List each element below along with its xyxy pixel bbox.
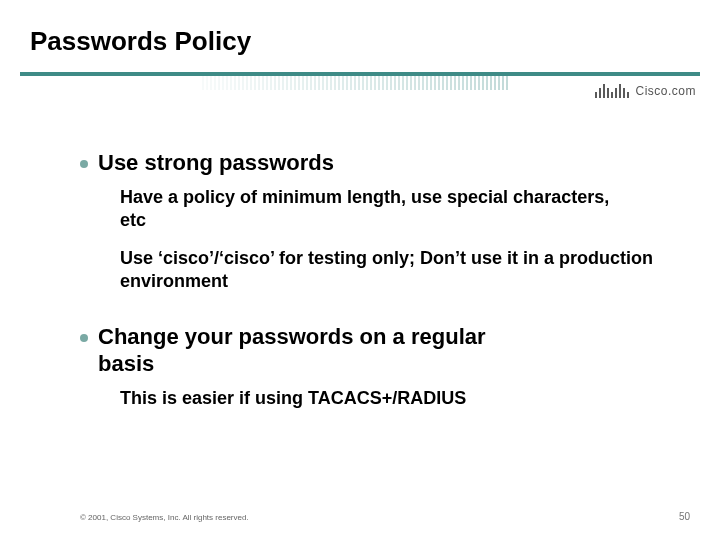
bullet-icon bbox=[80, 160, 88, 168]
bullet-1-text: Use strong passwords bbox=[98, 150, 334, 176]
bullet-2-text: Change your passwords on a regular basis bbox=[98, 324, 518, 377]
copyright-text: © 2001, Cisco Systems, Inc. All rights r… bbox=[80, 513, 249, 522]
slide-title: Passwords Policy bbox=[30, 26, 251, 57]
page-number: 50 bbox=[679, 511, 690, 522]
brand-logo: Cisco.com bbox=[595, 76, 696, 98]
bullet-1-sub-1: Have a policy of minimum length, use spe… bbox=[120, 186, 640, 231]
logo-text: Cisco.com bbox=[635, 84, 696, 98]
divider-pattern bbox=[200, 76, 510, 90]
bullet-2: Change your passwords on a regular basis bbox=[60, 324, 670, 377]
bullet-1: Use strong passwords bbox=[60, 150, 670, 176]
bullet-1-sub-2: Use ‘cisco’/‘cisco’ for testing only; Do… bbox=[120, 247, 660, 292]
slide-content: Use strong passwords Have a policy of mi… bbox=[60, 150, 670, 426]
bullet-icon bbox=[80, 334, 88, 342]
cisco-bars-icon bbox=[595, 80, 629, 98]
bullet-2-sub-1: This is easier if using TACACS+/RADIUS bbox=[120, 387, 640, 410]
